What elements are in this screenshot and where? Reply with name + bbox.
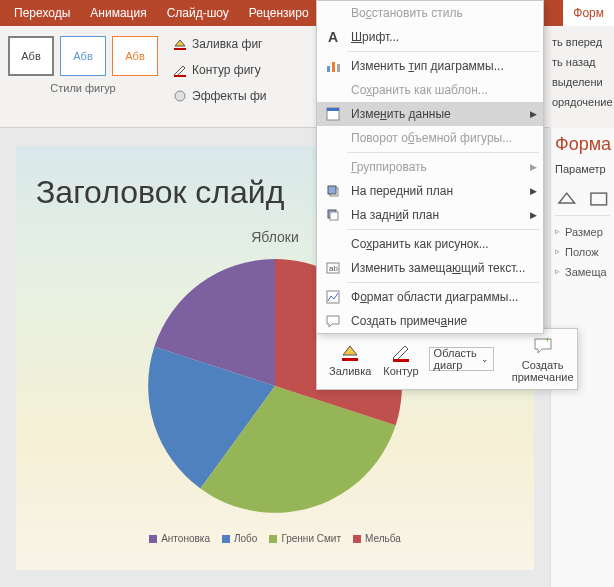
pane-position[interactable]: Полож bbox=[555, 242, 610, 262]
group-icon bbox=[323, 157, 343, 177]
svg-rect-1 bbox=[174, 75, 186, 77]
svg-rect-0 bbox=[174, 48, 186, 50]
svg-rect-16 bbox=[342, 358, 358, 361]
tab-slideshow[interactable]: Слайд-шоу bbox=[157, 0, 239, 26]
selection-pane-partial[interactable]: выделени bbox=[552, 72, 612, 92]
align-partial[interactable]: орядочение bbox=[552, 92, 612, 112]
submenu-arrow-icon: ▶ bbox=[530, 186, 537, 196]
shape-format-column: Заливка фиг Контур фигу Эффекты фи bbox=[166, 26, 272, 127]
svg-rect-3 bbox=[590, 193, 606, 205]
mini-outline-label: Контур bbox=[383, 365, 418, 377]
tab-format[interactable]: Форм bbox=[563, 0, 614, 26]
ctx-save-template[interactable]: Сохранить как шаблон... bbox=[317, 78, 543, 102]
mini-comment-label1: Создать bbox=[522, 359, 564, 371]
send-back-icon bbox=[323, 205, 343, 225]
tab-transitions[interactable]: Переходы bbox=[4, 0, 80, 26]
format-area-icon bbox=[323, 287, 343, 307]
shape-style-1[interactable]: Абв bbox=[8, 36, 54, 76]
ctx-alt-text[interactable]: ab Изменить замещающий текст... bbox=[317, 256, 543, 280]
ctx-change-chart-type[interactable]: Изменить тип диаграммы... bbox=[317, 54, 543, 78]
fill-icon bbox=[339, 341, 361, 363]
shape-outline-button[interactable]: Контур фигу bbox=[168, 58, 270, 82]
fill-tab-icon[interactable] bbox=[555, 187, 579, 211]
svg-rect-4 bbox=[327, 66, 330, 72]
shape-fill-button[interactable]: Заливка фиг bbox=[168, 32, 270, 56]
fill-icon bbox=[172, 36, 188, 52]
svg-rect-17 bbox=[393, 359, 409, 362]
tab-animation[interactable]: Анимация bbox=[80, 0, 156, 26]
font-icon: A bbox=[323, 27, 343, 47]
ctx-group[interactable]: Группировать ▶ bbox=[317, 155, 543, 179]
shape-styles-group: Абв Абв Абв Стили фигур bbox=[0, 26, 166, 127]
ctx-format-chart-area[interactable]: Формат области диаграммы... bbox=[317, 285, 543, 309]
comment-icon bbox=[323, 311, 343, 331]
submenu-arrow-icon: ▶ bbox=[530, 162, 537, 172]
mini-chart-element-dropdown[interactable]: Область диагр ⌄ bbox=[429, 347, 494, 371]
ctx-save-as-picture[interactable]: Сохранить как рисунок... bbox=[317, 232, 543, 256]
svg-text:+: + bbox=[545, 335, 550, 345]
svg-rect-6 bbox=[337, 64, 340, 72]
mini-fill-label: Заливка bbox=[329, 365, 371, 377]
svg-point-2 bbox=[175, 91, 185, 101]
mini-fill-button[interactable]: Заливка bbox=[323, 333, 377, 385]
svg-rect-8 bbox=[327, 108, 339, 111]
mini-dropdown-label: Область диагр bbox=[434, 347, 477, 371]
shape-fill-label: Заливка фиг bbox=[192, 37, 262, 51]
comment-icon: + bbox=[532, 335, 554, 357]
legend-item-1: Лобо bbox=[222, 533, 257, 544]
chart-type-icon bbox=[323, 56, 343, 76]
ctx-new-comment[interactable]: Создать примечание bbox=[317, 309, 543, 333]
shape-style-2[interactable]: Абв bbox=[60, 36, 106, 76]
shape-outline-label: Контур фигу bbox=[192, 63, 261, 77]
save-picture-icon bbox=[323, 234, 343, 254]
svg-text:ab: ab bbox=[329, 264, 338, 273]
mini-toolbar: Заливка Контур Область диагр ⌄ + Создать… bbox=[316, 328, 578, 390]
format-pane-subtitle: Параметр bbox=[555, 163, 610, 175]
shape-styles-label: Стили фигур bbox=[50, 82, 115, 94]
shape-effects-label: Эффекты фи bbox=[192, 89, 266, 103]
legend-item-0: Антоновка bbox=[149, 533, 210, 544]
legend-item-3: Мельба bbox=[353, 533, 401, 544]
ctx-3d-rotation[interactable]: Поворот объемной фигуры... bbox=[317, 126, 543, 150]
svg-rect-15 bbox=[327, 291, 339, 303]
outline-icon bbox=[172, 62, 188, 78]
ctx-restore-style[interactable]: Восстановить стиль bbox=[317, 1, 543, 25]
tab-review[interactable]: Рецензиро bbox=[239, 0, 319, 26]
format-pane-title: Форма bbox=[555, 134, 610, 155]
chart-legend: Антоновка Лобо Гренни Смит Мельба bbox=[16, 533, 534, 544]
svg-rect-12 bbox=[330, 212, 338, 220]
svg-rect-10 bbox=[328, 186, 336, 194]
arrange-group-partial: ть вперед ть назад выделени орядочение bbox=[550, 26, 614, 128]
submenu-arrow-icon: ▶ bbox=[530, 210, 537, 220]
effects-icon bbox=[172, 88, 188, 104]
ctx-bring-front[interactable]: На передний план ▶ bbox=[317, 179, 543, 203]
legend-item-2: Гренни Смит bbox=[269, 533, 341, 544]
outline-icon bbox=[390, 341, 412, 363]
mini-new-comment-button[interactable]: + Создать примечание bbox=[506, 333, 580, 385]
svg-rect-5 bbox=[332, 62, 335, 72]
ctx-edit-data[interactable]: Изменить данные ▶ bbox=[317, 102, 543, 126]
ctx-send-back[interactable]: На задний план ▶ bbox=[317, 203, 543, 227]
bring-forward-partial[interactable]: ть вперед bbox=[552, 32, 612, 52]
save-template-icon bbox=[323, 80, 343, 100]
mini-comment-label2: примечание bbox=[512, 371, 574, 383]
restore-icon bbox=[323, 3, 343, 23]
pane-size[interactable]: Размер bbox=[555, 222, 610, 242]
context-menu: Восстановить стиль A Шрифт... Изменить т… bbox=[316, 0, 544, 334]
bring-front-icon bbox=[323, 181, 343, 201]
send-backward-partial[interactable]: ть назад bbox=[552, 52, 612, 72]
mini-outline-button[interactable]: Контур bbox=[377, 333, 424, 385]
submenu-arrow-icon: ▶ bbox=[530, 109, 537, 119]
pane-alttext[interactable]: Замеща bbox=[555, 262, 610, 282]
ctx-font[interactable]: A Шрифт... bbox=[317, 25, 543, 49]
edit-data-icon bbox=[323, 104, 343, 124]
shape-effects-button[interactable]: Эффекты фи bbox=[168, 84, 270, 108]
chevron-down-icon: ⌄ bbox=[481, 354, 489, 364]
shape-style-3[interactable]: Абв bbox=[112, 36, 158, 76]
size-tab-icon[interactable] bbox=[587, 187, 611, 211]
alt-text-icon: ab bbox=[323, 258, 343, 278]
rotate3d-icon bbox=[323, 128, 343, 148]
